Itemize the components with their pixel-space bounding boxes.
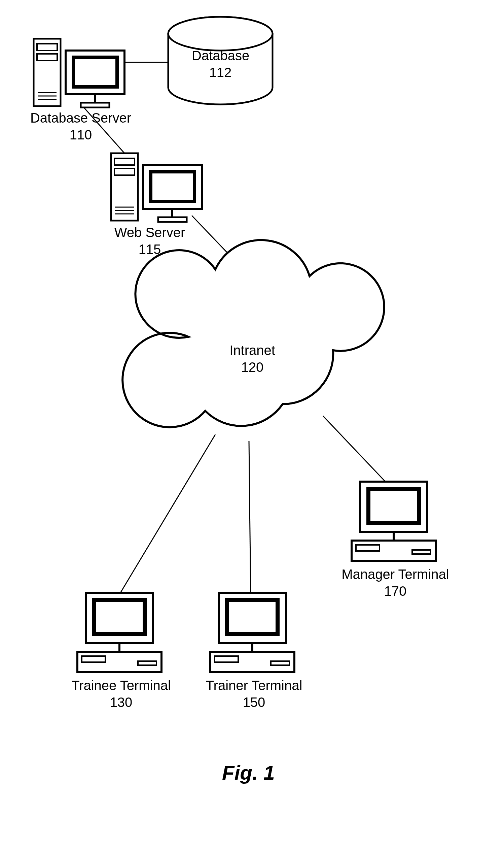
trainer-terminal-ref: 150 xyxy=(243,695,266,710)
database-name: Database xyxy=(192,48,249,63)
trainer-terminal-label: Trainer Terminal 150 xyxy=(197,677,311,711)
database-ref: 112 xyxy=(209,65,232,80)
database-server-label: Database Server 110 xyxy=(27,109,134,143)
intranet-name: Intranet xyxy=(230,343,275,358)
manager-terminal-ref: 170 xyxy=(384,584,407,599)
database-label: Database 112 xyxy=(192,47,249,81)
web-server-node xyxy=(111,153,202,222)
trainee-terminal-node xyxy=(77,593,162,672)
manager-terminal-node xyxy=(352,482,436,561)
web-server-ref: 115 xyxy=(139,242,161,257)
figure-caption: Fig. 1 xyxy=(222,761,275,784)
svg-point-7 xyxy=(168,17,272,51)
intranet-label: Intranet 120 xyxy=(219,342,286,376)
web-server-name: Web Server xyxy=(114,225,185,240)
svg-line-3 xyxy=(323,416,387,483)
trainer-terminal-node xyxy=(210,593,294,672)
trainee-terminal-label: Trainee Terminal 130 xyxy=(64,677,178,711)
trainee-terminal-name: Trainee Terminal xyxy=(71,678,171,693)
intranet-node xyxy=(123,240,384,427)
svg-line-4 xyxy=(249,441,251,594)
web-server-label: Web Server 115 xyxy=(108,224,192,258)
database-server-node xyxy=(34,39,125,107)
database-server-name: Database Server xyxy=(30,110,131,125)
trainer-terminal-name: Trainer Terminal xyxy=(206,678,303,693)
intranet-ref: 120 xyxy=(241,360,264,375)
database-server-ref: 110 xyxy=(70,127,92,142)
trainee-terminal-ref: 130 xyxy=(110,695,132,710)
manager-terminal-name: Manager Terminal xyxy=(342,567,449,582)
svg-line-5 xyxy=(120,434,215,594)
manager-terminal-label: Manager Terminal 170 xyxy=(337,566,454,600)
